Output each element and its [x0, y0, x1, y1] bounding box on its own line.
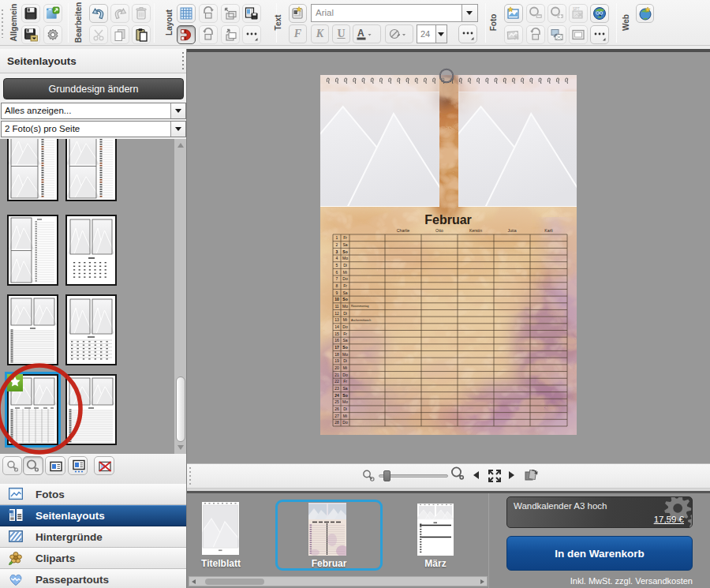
svg-text:Fr: Fr: [343, 283, 347, 288]
svg-text:Di: Di: [343, 263, 347, 268]
svg-text:14: 14: [334, 324, 339, 329]
svg-text:So: So: [342, 297, 347, 301]
svg-text:Rosenmontag: Rosenmontag: [351, 305, 368, 308]
svg-text:12: 12: [334, 311, 339, 316]
svg-text:Charlie: Charlie: [397, 228, 410, 233]
svg-text:26: 26: [334, 406, 339, 411]
svg-text:25: 25: [334, 399, 339, 404]
svg-text:27: 27: [334, 414, 339, 418]
svg-text:17: 17: [334, 345, 339, 350]
svg-text:Fr: Fr: [343, 331, 347, 336]
svg-text:Sa: Sa: [342, 290, 347, 295]
svg-text:A: A: [357, 28, 364, 39]
svg-text:18: 18: [334, 352, 339, 357]
svg-text:Di: Di: [343, 358, 347, 363]
svg-text:3: 3: [336, 249, 338, 254]
svg-text:Kerstin: Kerstin: [469, 228, 482, 233]
svg-text:Mi: Mi: [343, 414, 347, 418]
svg-text:Do: Do: [342, 420, 348, 425]
svg-text:Mo: Mo: [342, 399, 348, 404]
svg-text:15: 15: [334, 331, 339, 336]
svg-text:Fr: Fr: [343, 235, 347, 240]
svg-text:Otto: Otto: [435, 228, 443, 233]
svg-text:Fr: Fr: [343, 379, 347, 384]
svg-text:Do: Do: [342, 373, 348, 377]
svg-text:13: 13: [334, 317, 339, 322]
svg-text:28: 28: [334, 420, 339, 425]
svg-text:Mo: Mo: [342, 304, 348, 309]
svg-text:Karli: Karli: [544, 228, 552, 233]
svg-text:So: So: [342, 249, 347, 254]
svg-text:24: 24: [334, 393, 339, 398]
svg-text:Aschermittwoch: Aschermittwoch: [351, 319, 371, 322]
svg-text:Sa: Sa: [342, 386, 347, 391]
svg-text:9: 9: [336, 290, 338, 295]
svg-text:Mi: Mi: [343, 365, 347, 370]
svg-text:SPT: SPT: [573, 7, 580, 11]
svg-text:8: 8: [336, 283, 338, 288]
svg-text:23: 23: [334, 386, 339, 391]
svg-text:Do: Do: [342, 324, 348, 329]
svg-text:Di: Di: [343, 311, 347, 316]
svg-text:21: 21: [334, 373, 339, 377]
svg-text:So: So: [342, 393, 347, 398]
svg-text:4: 4: [336, 256, 338, 260]
svg-text:Mo: Mo: [342, 352, 348, 357]
svg-text:5: 5: [336, 263, 338, 268]
svg-text:11: 11: [334, 304, 338, 309]
svg-text:Sa: Sa: [342, 338, 347, 343]
svg-text:10: 10: [334, 297, 339, 301]
svg-text:Mi: Mi: [343, 270, 347, 275]
svg-text:Mi: Mi: [343, 317, 347, 322]
svg-text:22: 22: [334, 379, 339, 384]
svg-text:6: 6: [336, 270, 338, 275]
svg-text:So: So: [342, 345, 347, 350]
svg-text:2: 2: [336, 242, 338, 247]
svg-text:16: 16: [334, 338, 339, 343]
svg-text:7: 7: [336, 276, 338, 281]
svg-text:Mo: Mo: [342, 256, 348, 260]
svg-text:1: 1: [336, 235, 338, 240]
svg-text:Februar: Februar: [424, 213, 472, 227]
svg-text:20: 20: [334, 365, 339, 370]
svg-text:Di: Di: [343, 406, 347, 411]
svg-text:Jutta: Jutta: [507, 228, 516, 233]
svg-text:19: 19: [334, 358, 339, 363]
svg-text:Do: Do: [342, 276, 348, 281]
svg-text:Sa: Sa: [342, 242, 347, 247]
